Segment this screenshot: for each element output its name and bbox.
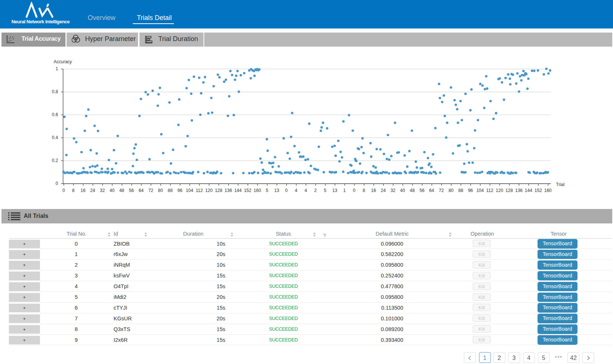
svg-text:5: 5 [324,188,327,193]
svg-text:152: 152 [244,188,251,193]
svg-text:120: 120 [496,188,503,193]
svg-text:48: 48 [119,188,124,193]
svg-text:88: 88 [168,188,173,193]
svg-text:16: 16 [81,188,86,193]
svg-text:144: 144 [525,188,532,193]
svg-text:64: 64 [429,188,434,193]
svg-text:80: 80 [158,188,163,193]
svg-text:96: 96 [468,188,473,193]
svg-text:Accuracy: Accuracy [54,59,72,64]
svg-text:24: 24 [90,188,95,193]
svg-text:56: 56 [420,188,425,193]
svg-text:13: 13 [332,188,337,193]
svg-text:8: 8 [72,188,75,193]
svg-text:0.2: 0.2 [52,158,58,163]
svg-text:32: 32 [100,188,105,193]
svg-text:56: 56 [129,188,134,193]
svg-text:136: 136 [225,188,232,193]
svg-text:16: 16 [371,188,376,193]
svg-text:4: 4 [304,188,307,193]
svg-text:0.8: 0.8 [52,89,58,94]
svg-text:128: 128 [505,188,513,193]
svg-text:152: 152 [535,188,542,193]
svg-text:104: 104 [476,188,484,193]
svg-text:104: 104 [186,188,193,193]
svg-text:128: 128 [215,188,222,193]
svg-text:160: 160 [544,188,552,193]
svg-text:88: 88 [458,188,464,193]
svg-text:1: 1 [343,188,346,193]
svg-text:160: 160 [254,188,261,193]
svg-text:112: 112 [196,188,203,193]
svg-text:144: 144 [234,188,242,193]
svg-text:1: 1 [55,66,58,71]
svg-text:48: 48 [410,188,415,193]
svg-text:5: 5 [266,188,268,193]
svg-text:13: 13 [274,188,279,193]
svg-text:120: 120 [205,188,213,193]
svg-text:8: 8 [363,188,365,193]
svg-text:Trial: Trial [556,182,565,187]
svg-text:0.6: 0.6 [52,112,58,117]
svg-text:136: 136 [515,188,522,193]
svg-text:24: 24 [381,188,386,193]
svg-text:0: 0 [353,188,356,193]
svg-text:0.4: 0.4 [52,135,58,140]
svg-text:96: 96 [178,188,183,193]
svg-text:32: 32 [390,188,395,193]
svg-text:64: 64 [139,188,144,193]
svg-text:40: 40 [110,188,115,193]
svg-text:80: 80 [449,188,454,193]
svg-text:72: 72 [148,188,154,193]
svg-text:72: 72 [439,188,444,193]
svg-text:4: 4 [295,188,297,193]
svg-text:40: 40 [400,188,405,193]
svg-text:2: 2 [314,188,317,193]
svg-text:0: 0 [63,188,65,193]
svg-text:0: 0 [55,181,58,186]
svg-text:112: 112 [486,188,493,193]
svg-text:0: 0 [285,188,288,193]
